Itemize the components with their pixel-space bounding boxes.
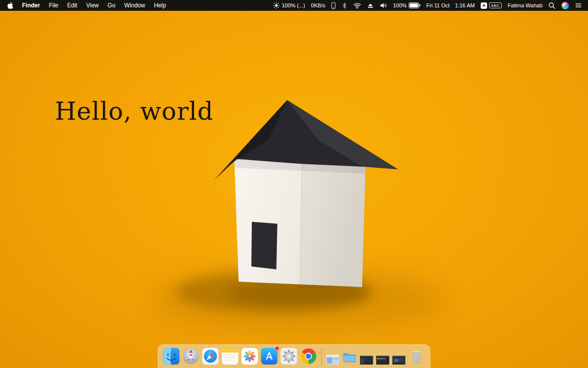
photos-icon (242, 348, 258, 365)
dock-minimized-window-4[interactable] (392, 356, 406, 365)
user-name-label: Fatima Wahab (508, 2, 542, 8)
wifi-icon (353, 2, 361, 9)
volume-status[interactable] (377, 0, 390, 11)
bluetooth-icon (342, 2, 347, 9)
siri-icon (562, 2, 569, 9)
dock-app-store[interactable] (261, 348, 278, 365)
menu-help[interactable]: Help (149, 0, 171, 11)
dock-launchpad[interactable] (183, 348, 199, 365)
menu-bar-status-area: 100% (...) 0KB/s (270, 0, 585, 11)
apple-menu[interactable] (3, 0, 18, 11)
minimized-window-icon (360, 356, 373, 365)
app-menu-finder[interactable]: Finder (18, 0, 45, 11)
clock[interactable]: Fri 11 Oct 1:16 AM (423, 0, 478, 11)
volume-icon (380, 2, 387, 9)
dock-finder[interactable] (163, 348, 180, 365)
input-source-menu[interactable]: A ABC (478, 0, 505, 11)
macos-desktop: Finder File Edit View Go Window Help 100… (0, 0, 588, 368)
dock-minimized-window-2[interactable] (360, 356, 373, 365)
menu-window[interactable]: Window (120, 0, 150, 11)
minimized-window-icon (326, 355, 340, 365)
app-store-icon (261, 348, 278, 365)
app-store-badge (275, 346, 280, 351)
menu-file[interactable]: File (45, 0, 63, 11)
wifi-status[interactable] (350, 0, 364, 11)
dock-downloads-folder[interactable] (343, 351, 357, 365)
menu-edit[interactable]: Edit (63, 0, 82, 11)
minimized-window-icon (392, 356, 406, 365)
time-label: 1:16 AM (455, 2, 475, 8)
menu-go[interactable]: Go (103, 0, 120, 11)
eject-icon (367, 2, 374, 9)
dock-photos[interactable] (242, 348, 258, 365)
brightness-icon (273, 2, 280, 9)
siri-button[interactable] (559, 0, 572, 11)
device-icon (331, 2, 336, 9)
dock-minimized-window-1[interactable] (326, 355, 340, 365)
safari-icon (202, 348, 219, 365)
chrome-icon (300, 348, 317, 365)
menu-bar-left: Finder File Edit View Go Window Help (3, 0, 171, 11)
battery-status[interactable]: 100% (390, 0, 423, 11)
spotlight-icon (548, 2, 556, 9)
dock-system-preferences[interactable] (281, 348, 297, 365)
menu-view[interactable]: View (82, 0, 103, 11)
dock-chrome[interactable] (300, 348, 317, 365)
dock-notes[interactable] (222, 348, 239, 365)
apple-icon (7, 2, 13, 9)
house-side-shade (300, 162, 366, 289)
eject-status[interactable] (364, 0, 377, 11)
house-door (251, 222, 277, 269)
user-menu[interactable]: Fatima Wahab (505, 0, 545, 11)
desktop[interactable]: Hello, world (0, 11, 588, 368)
network-speed-status[interactable]: 0KB/s (308, 0, 328, 11)
paper-house-wallpaper (0, 11, 588, 368)
network-speed-label: 0KB/s (311, 2, 325, 8)
folder-icon (343, 351, 357, 365)
brightness-label: 100% (...) (282, 2, 305, 8)
battery-percent-label: 100% (393, 2, 407, 8)
dock-separator (321, 348, 322, 364)
battery-icon (409, 2, 420, 8)
menu-bar: Finder File Edit View Go Window Help 100… (0, 0, 588, 11)
dock-safari[interactable] (202, 348, 219, 365)
trash-icon (409, 348, 425, 365)
input-source-icon: A (481, 2, 487, 9)
spotlight-button[interactable] (545, 0, 559, 11)
finder-icon (163, 348, 180, 365)
date-label: Fri 11 Oct (426, 2, 449, 8)
bluetooth-status[interactable] (339, 0, 350, 11)
dock-trash[interactable] (409, 348, 425, 365)
system-preferences-icon (281, 348, 297, 365)
minimized-window-icon (376, 356, 390, 365)
wallpaper-text: Hello, world (55, 97, 214, 126)
notification-center-button[interactable] (572, 0, 585, 11)
input-source-label: ABC (489, 2, 502, 8)
notes-icon (222, 348, 239, 365)
dock (158, 344, 431, 368)
device-status[interactable] (328, 0, 339, 11)
brightness-status[interactable]: 100% (...) (270, 0, 308, 11)
notification-center-icon (575, 2, 582, 9)
dock-minimized-window-3[interactable] (376, 356, 390, 365)
launchpad-icon (183, 348, 199, 365)
